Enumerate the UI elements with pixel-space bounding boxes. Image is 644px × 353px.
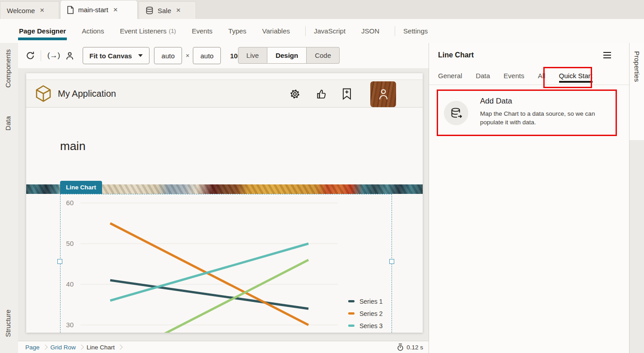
thumbs-up-icon[interactable] [316,89,327,100]
props-tab-quick-start[interactable]: Quick Start [559,67,593,85]
document-tabbar: Welcome × main-start × Sale × [0,0,644,19]
properties-tabs: General Data Events All Quick Start [429,67,629,85]
page-heading: main [60,139,85,153]
avatar-person-icon [378,88,389,100]
subnav-event-listeners[interactable]: Event Listeners(1) [119,19,177,43]
render-time: 0.12 s [397,344,423,351]
visual-builder-window: Welcome × main-start × Sale × Page Desig… [0,0,644,353]
right-rail: Properties [629,43,644,353]
legend-swatch [348,325,355,327]
page-canvas[interactable]: My Application [26,73,423,333]
line-chart-region[interactable]: 30405060 Series 1Series 2Series 3 [26,194,423,333]
legend-swatch [348,300,355,302]
subnav-json[interactable]: JSON [360,19,380,43]
legend-item: Series 2 [348,307,383,320]
chevron-right-icon [42,344,47,349]
props-tab-all[interactable]: All [538,67,546,85]
props-tab-events[interactable]: Events [504,67,524,85]
tab-sale-label: Sale [158,7,171,14]
mode-switcher: Live Design Code [238,47,340,64]
properties-panel: Line Chart General Data Events All Quick… [429,43,629,353]
gear-icon[interactable] [289,89,300,99]
chevron-down-icon [138,54,143,57]
page-icon [67,6,74,14]
canvas-height-input[interactable] [193,47,221,64]
mode-design-button[interactable]: Design [267,47,307,64]
y-axis-tick-label: 60 [66,199,74,207]
legend-label: Series 3 [359,322,383,329]
subnav-settings[interactable]: Settings [402,19,429,43]
statusbar: Page Grid Row Line Chart 0.12 s [18,341,429,353]
bookmark-plus-icon[interactable] [342,88,351,100]
chevron-right-icon [79,344,84,349]
legend-label: Series 2 [359,310,383,317]
user-preview-icon[interactable] [63,49,76,62]
menu-icon[interactable] [603,52,611,60]
database-icon [145,6,154,14]
chevron-right-icon [117,344,122,349]
subnav-javascript[interactable]: JavaScript [313,19,346,43]
canvas-width-input[interactable] [154,47,182,64]
avatar[interactable] [370,81,396,107]
canvas-toolbar: (→) Fit to Canvas × 100% Live Design Cod… [18,43,429,68]
go-to-code-icon[interactable]: (→) [45,49,63,62]
props-tab-data[interactable]: Data [476,67,490,85]
rail-tab-structure[interactable]: Structure [4,310,12,337]
mode-live-button[interactable]: Live [238,47,268,64]
close-icon[interactable]: × [112,5,119,14]
properties-title: Line Chart [438,51,474,59]
tab-welcome[interactable]: Welcome × [0,1,59,19]
add-data-title: Add Data [480,97,512,106]
divider [305,26,306,36]
props-tab-general[interactable]: General [438,67,462,85]
legend-item: Series 3 [348,320,383,332]
chart-legend: Series 1Series 2Series 3 [348,295,383,332]
series-line-series-4[interactable] [110,260,308,333]
map-data-icon [450,107,462,119]
add-data-description: Map the Chart to a data source, so we ca… [480,109,611,127]
y-axis-tick-label: 30 [66,321,74,329]
refresh-icon[interactable] [23,49,37,62]
divider [41,50,41,61]
rail-tab-components[interactable]: Components [4,49,12,88]
add-data-icon-circle [444,101,468,125]
subnav-variables[interactable]: Variables [261,19,291,43]
editor-subnav: Page Designer Actions Event Listeners(1)… [0,19,644,43]
close-icon[interactable]: × [175,6,182,15]
subnav-actions[interactable]: Actions [81,19,105,43]
app-logo-icon [35,85,51,102]
breadcrumb-page[interactable]: Page [25,344,40,351]
subnav-page-designer[interactable]: Page Designer [18,19,67,43]
series-line-series-3[interactable] [110,244,308,301]
legend-label: Series 1 [359,298,383,305]
selection-handle-left[interactable] [57,259,62,264]
app-header: My Application [26,80,423,108]
y-axis-tick-label: 50 [66,240,74,247]
add-data-card[interactable]: Add Data Map the Chart to a data source,… [437,89,617,136]
mode-code-button[interactable]: Code [307,47,340,64]
left-rail: Components Data Structure [0,43,18,353]
subnav-events[interactable]: Events [191,19,214,43]
legend-swatch [348,312,355,315]
breadcrumb-grid-row[interactable]: Grid Row [51,344,76,351]
fit-to-canvas-select[interactable]: Fit to Canvas [83,47,149,64]
tab-welcome-label: Welcome [7,7,35,14]
subnav-types[interactable]: Types [228,19,247,43]
divider [395,26,395,36]
app-title: My Application [58,89,116,99]
rail-tab-data[interactable]: Data [4,116,12,131]
event-listeners-count: (1) [169,28,176,34]
render-time-value: 0.12 s [406,344,423,351]
app-header-actions [289,80,396,108]
rail-tab-properties[interactable]: Properties [633,51,641,82]
selection-handle-right[interactable] [389,259,394,264]
y-axis-tick-label: 40 [66,280,74,288]
tab-sale[interactable]: Sale × [139,1,196,19]
design-area: (→) Fit to Canvas × 100% Live Design Cod… [18,43,429,353]
close-icon[interactable]: × [39,6,45,15]
dimension-separator: × [186,52,189,59]
tab-main-start-label: main-start [78,6,108,14]
tab-main-start[interactable]: main-start × [60,0,138,19]
breadcrumb-line-chart[interactable]: Line Chart [87,344,115,351]
component-badge[interactable]: Line Chart [60,181,102,194]
